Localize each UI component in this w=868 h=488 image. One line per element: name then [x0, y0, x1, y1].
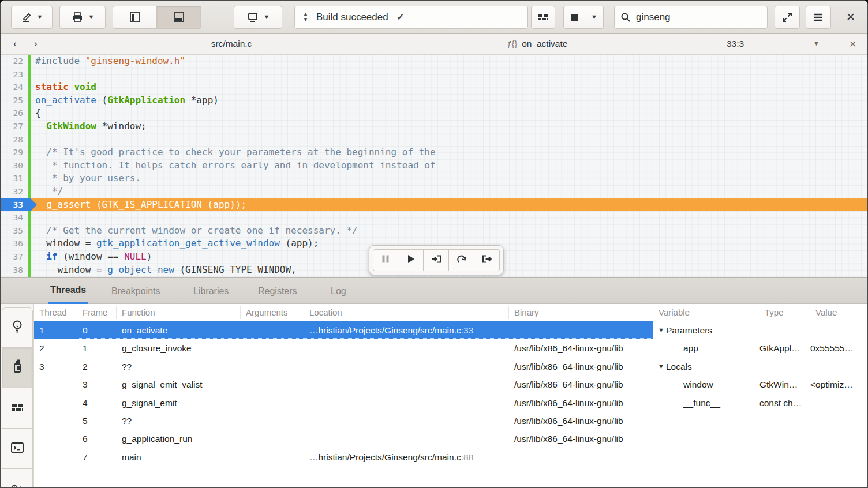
frame-row[interactable]: 2??/usr/lib/x86_64-linux-gnu/lib	[77, 358, 653, 376]
col-binary: Binary	[509, 306, 653, 319]
frame-location	[304, 376, 509, 393]
panel-bottom-icon	[173, 11, 185, 24]
document-menu-button[interactable]: ▼	[813, 40, 820, 47]
panel-tab-breakpoints[interactable]: Breakpoints	[109, 278, 163, 304]
code-line[interactable]: 29 /* It's good practice to check your p…	[1, 146, 867, 159]
frame-row[interactable]: 6g_application_run/usr/lib/x86_64-linux-…	[77, 430, 653, 448]
frame-row[interactable]: 7main…hristian/Projects/Ginseng/src/main…	[77, 448, 653, 466]
variable-row[interactable]: __func__const ch…	[653, 394, 868, 412]
omnibar-stepper-icon[interactable]: ▲▼	[303, 12, 308, 21]
export-button[interactable]: ▼	[59, 6, 106, 29]
code-line[interactable]: 30 * function. It helps catch errors ear…	[1, 159, 867, 172]
line-number[interactable]: 33	[1, 198, 28, 212]
frame-location	[304, 358, 509, 376]
stop-options-button[interactable]: ▼	[585, 6, 604, 29]
frame-row[interactable]: 5??/usr/lib/x86_64-linux-gnu/lib	[77, 412, 653, 430]
step-over-button[interactable]	[449, 249, 474, 271]
toggle-bottom-panel-button[interactable]	[157, 6, 201, 29]
variable-group-row[interactable]: ▼Parameters	[653, 321, 868, 339]
line-number[interactable]: 37	[1, 250, 28, 264]
line-number[interactable]: 25	[1, 94, 28, 107]
edit-mode-button[interactable]: ▼	[11, 6, 53, 29]
code-text: on_activate (GtkApplication *app)	[31, 94, 867, 107]
expander-icon[interactable]: ▼	[658, 358, 666, 376]
line-number[interactable]: 26	[1, 107, 28, 120]
code-line[interactable]: 32 */	[1, 185, 867, 198]
expander-icon[interactable]: ▼	[658, 321, 666, 339]
step-in-button[interactable]	[424, 249, 449, 271]
fullscreen-button[interactable]	[775, 6, 800, 29]
build-button[interactable]	[531, 6, 555, 29]
line-number[interactable]: 35	[1, 224, 28, 238]
panel-tab-registers[interactable]: Registers	[256, 278, 300, 304]
code-editor[interactable]: 22#include "ginseng-window.h"2324static …	[1, 55, 867, 277]
line-number[interactable]: 23	[1, 68, 28, 81]
line-number[interactable]: 24	[1, 81, 28, 94]
line-number[interactable]: 22	[1, 55, 28, 68]
step-in-icon	[431, 253, 442, 267]
panel-tab-libraries[interactable]: Libraries	[191, 278, 231, 304]
panel-tab-log[interactable]: Log	[328, 278, 349, 304]
variable-row[interactable]: windowGtkWin…<optimiz…	[653, 376, 868, 393]
thread-row[interactable]: 2	[34, 339, 77, 357]
threads-table-header: Thread Frame Function Arguments Location…	[34, 304, 653, 321]
variable-group-row[interactable]: ▼Locals	[653, 358, 868, 376]
device-selector-button[interactable]: ▼	[234, 6, 282, 29]
execution-line[interactable]: 33 g_assert (GTK_IS_APPLICATION (app));	[1, 198, 867, 212]
code-line[interactable]: 27 GtkWindow *window;	[1, 120, 867, 133]
panel-tab-threads[interactable]: Threads	[48, 278, 88, 304]
function-symbol-icon: ƒ{}	[507, 39, 517, 48]
dock-item-settings-gears[interactable]: ⚙⚙	[2, 469, 33, 488]
close-window-button[interactable]: ✕	[840, 7, 861, 27]
code-line[interactable]: 26{	[1, 107, 867, 120]
frame-row[interactable]: 1g_closure_invoke/usr/lib/x86_64-linux-g…	[77, 339, 653, 357]
line-number[interactable]: 29	[1, 146, 28, 159]
code-line[interactable]: 23	[1, 68, 867, 81]
code-line[interactable]: 34	[1, 211, 867, 224]
search-input[interactable]	[636, 12, 761, 23]
frames-list: 0on_activate…hristian/Projects/Ginseng/s…	[77, 321, 653, 488]
current-symbol[interactable]: on_activate	[522, 39, 567, 49]
code-line[interactable]: 31 * by your users.	[1, 172, 867, 185]
toggle-left-panel-button[interactable]	[113, 6, 157, 29]
close-document-button[interactable]: ✕	[845, 37, 860, 51]
line-number[interactable]: 32	[1, 185, 28, 198]
line-number[interactable]: 28	[1, 133, 28, 147]
line-number[interactable]: 34	[1, 211, 28, 224]
line-number[interactable]: 38	[1, 264, 28, 277]
frame-row[interactable]: 3g_signal_emit_valist/usr/lib/x86_64-lin…	[77, 376, 653, 393]
global-search[interactable]	[614, 6, 768, 29]
frame-location	[304, 412, 509, 430]
thread-row[interactable]: 3	[34, 358, 77, 376]
code-line[interactable]: 28	[1, 133, 867, 147]
frame-location	[304, 339, 509, 357]
code-text: #include "ginseng-window.h"	[31, 55, 867, 68]
debugger-icon	[11, 359, 24, 377]
step-out-button[interactable]	[474, 249, 500, 271]
omnibar-build-status[interactable]: ▲▼ Build succeeded ✓	[294, 6, 528, 29]
code-line[interactable]: 22#include "ginseng-window.h"	[1, 55, 867, 68]
stop-button[interactable]	[563, 6, 585, 29]
code-text: /* It's good practice to check your para…	[31, 146, 867, 159]
code-text: g_assert (GTK_IS_APPLICATION (app));	[31, 198, 867, 212]
variable-row[interactable]: appGtkAppl…0x55555…	[653, 339, 868, 357]
dock-item-build-bricks[interactable]	[2, 388, 33, 429]
code-line[interactable]: 25on_activate (GtkApplication *app)	[1, 94, 867, 107]
line-number[interactable]: 31	[1, 172, 28, 185]
dock-item-debugger[interactable]	[2, 348, 33, 388]
continue-button[interactable]	[398, 249, 424, 271]
frame-row[interactable]: 4g_signal_emit/usr/lib/x86_64-linux-gnu/…	[77, 394, 653, 412]
frame-row[interactable]: 0on_activate…hristian/Projects/Ginseng/s…	[77, 321, 653, 339]
menu-button[interactable]	[806, 6, 831, 29]
dock-item-terminal[interactable]	[2, 429, 33, 469]
code-line[interactable]: 24static void	[1, 81, 867, 94]
col-function: Function	[117, 306, 241, 319]
thread-row[interactable]: 1	[34, 321, 77, 339]
code-line[interactable]: 35 /* Get the current window or create o…	[1, 224, 867, 238]
dock-item-lightbulb[interactable]	[2, 307, 33, 348]
line-number[interactable]: 27	[1, 120, 28, 133]
line-number[interactable]: 30	[1, 159, 28, 172]
line-number[interactable]: 36	[1, 237, 28, 250]
pause-button[interactable]	[373, 249, 398, 271]
code-text: GtkWindow *window;	[31, 120, 867, 133]
